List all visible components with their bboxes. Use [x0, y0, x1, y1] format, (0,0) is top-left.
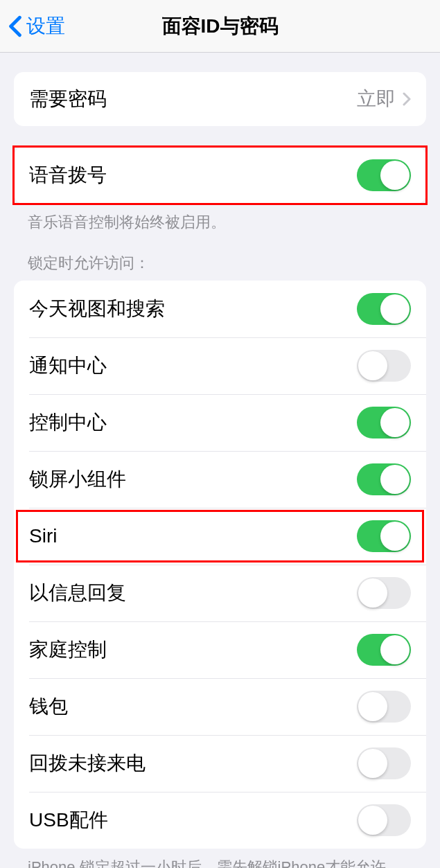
- row-lock-item: 今天视图和搜索: [14, 281, 426, 337]
- row-lock-item: 钱包: [14, 678, 426, 735]
- row-lock-item: 锁屏小组件: [14, 451, 426, 508]
- lock-item-label: 今天视图和搜索: [29, 296, 165, 322]
- lock-item-toggle[interactable]: [357, 407, 411, 439]
- section-require-passcode: 需要密码 立即: [14, 72, 426, 126]
- content: 需要密码 立即 语音拨号 音乐语音控制将始终被启用。 锁定时允许访问： 今天视图…: [0, 72, 440, 868]
- lock-item-label: 通知中心: [29, 353, 107, 379]
- lock-access-footer: iPhone 锁定超过一小时后，需先解锁iPhone才能允许USB 配件连接。: [28, 857, 412, 868]
- voice-dial-footer: 音乐语音控制将始终被启用。: [28, 212, 412, 233]
- lock-item-toggle[interactable]: [357, 804, 411, 836]
- chevron-right-icon: [403, 92, 411, 106]
- row-lock-item: USB配件: [14, 792, 426, 849]
- lock-item-toggle[interactable]: [357, 577, 411, 609]
- page-title: 面容ID与密码: [162, 13, 279, 39]
- lock-item-toggle[interactable]: [357, 520, 411, 552]
- back-label: 设置: [26, 13, 65, 39]
- lock-item-label: USB配件: [29, 807, 108, 833]
- row-lock-item: Siri: [14, 508, 426, 565]
- lock-item-toggle[interactable]: [357, 747, 411, 779]
- row-require-passcode[interactable]: 需要密码 立即: [14, 72, 426, 126]
- row-value-wrap: 立即: [357, 86, 411, 112]
- lock-item-toggle[interactable]: [357, 691, 411, 723]
- voice-dial-label: 语音拨号: [29, 162, 107, 188]
- navbar: 设置 面容ID与密码: [0, 0, 440, 53]
- lock-item-label: Siri: [29, 525, 57, 547]
- lock-access-header: 锁定时允许访问：: [28, 253, 412, 274]
- lock-item-label: 回拨未接来电: [29, 750, 146, 777]
- lock-item-label: 钱包: [29, 693, 68, 720]
- back-button[interactable]: 设置: [8, 13, 65, 39]
- row-lock-item: 家庭控制: [14, 621, 426, 678]
- lock-item-label: 锁屏小组件: [29, 466, 126, 493]
- voice-dial-toggle[interactable]: [357, 159, 411, 191]
- lock-item-toggle[interactable]: [357, 350, 411, 382]
- row-lock-item: 以信息回复: [14, 565, 426, 621]
- require-passcode-label: 需要密码: [29, 86, 107, 112]
- row-lock-item: 通知中心: [14, 337, 426, 394]
- section-lock-access: 今天视图和搜索通知中心控制中心锁屏小组件Siri以信息回复家庭控制钱包回拨未接来…: [14, 281, 426, 849]
- row-lock-item: 回拨未接来电: [14, 735, 426, 792]
- row-lock-item: 控制中心: [14, 394, 426, 451]
- lock-item-label: 控制中心: [29, 409, 107, 436]
- lock-item-toggle[interactable]: [357, 463, 411, 495]
- lock-item-label: 家庭控制: [29, 637, 107, 663]
- lock-item-label: 以信息回复: [29, 580, 126, 606]
- chevron-left-icon: [8, 15, 22, 37]
- row-voice-dial: 语音拨号: [14, 147, 426, 204]
- require-passcode-value: 立即: [357, 86, 396, 112]
- section-voice-dial: 语音拨号: [14, 147, 426, 204]
- lock-item-toggle[interactable]: [357, 293, 411, 325]
- lock-item-toggle[interactable]: [357, 634, 411, 666]
